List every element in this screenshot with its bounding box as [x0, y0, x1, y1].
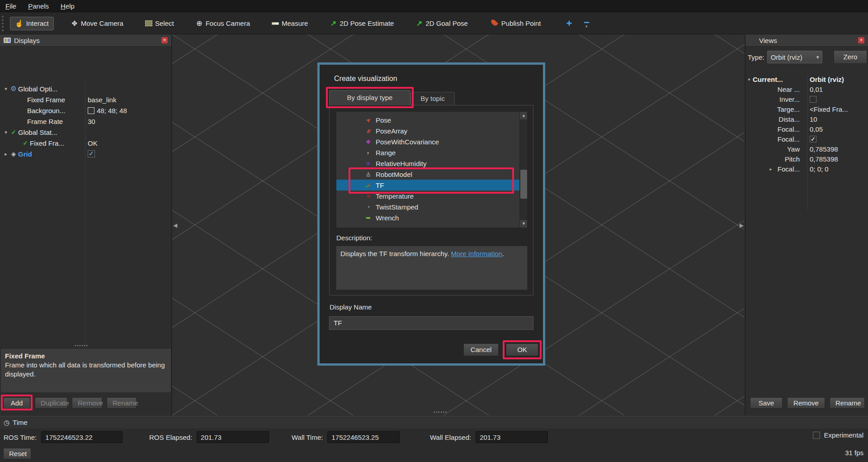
tree-value[interactable]	[88, 150, 95, 157]
display-type-list[interactable]: Pose PoseArray PoseWithCovariance Range …	[336, 111, 528, 228]
view-row-current[interactable]: ▾ Current... Orbit (rviz)	[745, 74, 868, 84]
view-row-invert-z[interactable]: Inver...	[745, 94, 868, 104]
chevron-down-icon[interactable]: ▾	[745, 77, 753, 82]
wall-time-value[interactable]: 1752246523.25	[327, 431, 400, 443]
scrollbar-thumb[interactable]	[520, 170, 527, 199]
menu-help[interactable]: Help	[61, 2, 75, 10]
views-panel-titlebar[interactable]: Views ×	[745, 34, 868, 47]
list-item-posearray[interactable]: PoseArray	[336, 125, 520, 136]
remove-display-button[interactable]: Remove	[72, 397, 102, 409]
view-type-dropdown[interactable]: Orbit (rviz) ▼	[767, 51, 822, 63]
tree-row-fixed-frame[interactable]: Fixed Frame base_link	[0, 94, 172, 105]
ok-button[interactable]: OK	[506, 343, 538, 356]
save-view-button[interactable]: Save	[750, 397, 783, 409]
add-display-button[interactable]: Add	[3, 397, 30, 409]
view-value[interactable]: 0,01	[810, 86, 823, 93]
duplicate-display-button[interactable]: Duplicate	[35, 397, 67, 409]
view-row-focal-shape-size[interactable]: Focal... 0,05	[745, 124, 868, 134]
splitter-handle[interactable]: ••••••	[75, 343, 89, 348]
publish-point-tool-button[interactable]: Publish Point	[485, 17, 546, 29]
menu-panels[interactable]: Panels	[28, 2, 49, 10]
tab-by-display-type[interactable]: By display type	[329, 90, 410, 105]
view-value[interactable]: 0,785398	[810, 155, 838, 163]
view-row-distance[interactable]: Dista... 10	[745, 114, 868, 124]
tab-by-topic[interactable]: By topic	[410, 92, 455, 105]
scroll-up-icon[interactable]: ▲	[520, 112, 528, 119]
remove-view-button[interactable]: Remove	[787, 397, 825, 409]
cancel-button[interactable]: Cancel	[463, 343, 499, 356]
remove-tool-button[interactable]: − ▾	[584, 17, 590, 29]
interact-tool-button[interactable]: Interact	[10, 17, 54, 30]
tree-value[interactable]: base_link	[88, 96, 116, 104]
experimental-checkbox[interactable]	[813, 432, 820, 439]
list-item-posewithcovariance[interactable]: PoseWithCovariance	[336, 136, 520, 147]
chevron-down-icon[interactable]: ▾	[3, 129, 9, 135]
splitter-handle[interactable]: ••••••	[434, 410, 448, 414]
list-item-temperature[interactable]: Temperature	[336, 191, 520, 201]
tree-value[interactable]: 48; 48; 48	[88, 107, 127, 114]
grid-enabled-checkbox[interactable]	[88, 150, 95, 157]
tree-label: Global Stat...	[18, 129, 57, 136]
green-arrow-icon	[415, 19, 423, 28]
tree-row-grid[interactable]: ▸ Grid	[0, 148, 172, 159]
select-tool-button[interactable]: Select	[141, 17, 179, 29]
list-item-range[interactable]: Range	[336, 147, 520, 158]
add-tool-button[interactable]: +	[566, 18, 572, 29]
view-row-target-frame[interactable]: Targe... <Fixed Fra...	[745, 104, 868, 114]
measure-tool-button[interactable]: Measure	[267, 17, 312, 29]
chevron-right-icon[interactable]: ▸	[3, 151, 9, 157]
view-row-focal-shape-fixed[interactable]: Focal...	[745, 134, 868, 144]
invert-checkbox[interactable]	[810, 96, 816, 103]
focal-checkbox[interactable]	[810, 136, 816, 143]
tree-row-fixed-frame-status[interactable]: Fixed Fra... OK	[0, 138, 172, 148]
ros-elapsed-value[interactable]: 201.73	[197, 431, 269, 443]
zero-button[interactable]: Zero	[834, 50, 867, 64]
view-row-pitch[interactable]: Pitch 0,785398	[745, 154, 868, 164]
display-name-input[interactable]: TF	[329, 316, 533, 330]
chevron-right-icon[interactable]: ▸	[767, 167, 774, 171]
tree-row-global-status[interactable]: ▾ Global Stat...	[0, 127, 172, 138]
view-row-focal-point[interactable]: ▸ Focal... 0; 0; 0	[745, 164, 868, 174]
collapse-left-panel-icon[interactable]: ◀	[173, 222, 177, 229]
list-item-twiststamped[interactable]: TwistStamped	[336, 201, 520, 212]
time-panel-titlebar[interactable]: Time	[0, 416, 868, 429]
view-value[interactable]: 0,05	[810, 125, 823, 133]
menu-file[interactable]: File	[5, 2, 16, 10]
field-label: Wall Elapsed:	[430, 433, 471, 441]
reset-button[interactable]: Reset	[3, 448, 31, 459]
pose-estimate-tool-button[interactable]: 2D Pose Estimate	[325, 17, 398, 30]
view-row-yaw[interactable]: Yaw 0,785398	[745, 144, 868, 154]
list-item-tf[interactable]: TF	[336, 180, 520, 191]
view-label: Inver...	[745, 95, 800, 103]
view-value[interactable]: 0,785398	[810, 145, 838, 153]
view-value[interactable]: 0; 0; 0	[810, 165, 829, 173]
more-information-link[interactable]: More Information	[451, 250, 502, 257]
list-item-wrench[interactable]: Wrench	[336, 212, 520, 223]
color-swatch[interactable]	[88, 107, 94, 114]
goal-pose-tool-button[interactable]: 2D Goal Pose	[411, 17, 472, 30]
list-item-robotmodel[interactable]: RobotModel	[336, 169, 520, 180]
close-icon[interactable]: ×	[858, 37, 864, 43]
tree-value[interactable]: 30	[88, 118, 95, 125]
tree-row-frame-rate[interactable]: Frame Rate 30	[0, 116, 172, 127]
toolbar-drag-handle[interactable]	[2, 16, 6, 31]
displays-panel-titlebar[interactable]: Displays ×	[0, 34, 171, 47]
rename-view-button[interactable]: Rename	[830, 397, 865, 409]
view-value[interactable]: <Fixed Fra...	[810, 105, 848, 113]
rename-display-button[interactable]: Rename	[107, 397, 137, 409]
collapse-right-panel-icon[interactable]: ▶	[740, 222, 744, 229]
ros-time-value[interactable]: 1752246523.22	[41, 431, 123, 443]
tree-row-global-options[interactable]: ▾ Global Opti...	[0, 83, 172, 94]
focus-camera-tool-button[interactable]: Focus Camera	[191, 17, 255, 30]
move-camera-tool-button[interactable]: Move Camera	[66, 17, 128, 30]
tree-row-background[interactable]: Backgroun... 48; 48; 48	[0, 105, 172, 116]
list-item-relativehumidity[interactable]: RelativeHumidity	[336, 158, 520, 169]
list-scrollbar[interactable]: ▲ ▼	[519, 112, 527, 228]
view-value[interactable]: 10	[810, 115, 817, 123]
scroll-down-icon[interactable]: ▼	[520, 220, 528, 228]
list-item-pose[interactable]: Pose	[336, 114, 520, 125]
view-row-near-clip[interactable]: Near ... 0,01	[745, 84, 868, 94]
close-icon[interactable]: ×	[161, 37, 168, 43]
chevron-down-icon[interactable]: ▾	[3, 86, 9, 92]
wall-elapsed-value[interactable]: 201.73	[476, 431, 548, 443]
